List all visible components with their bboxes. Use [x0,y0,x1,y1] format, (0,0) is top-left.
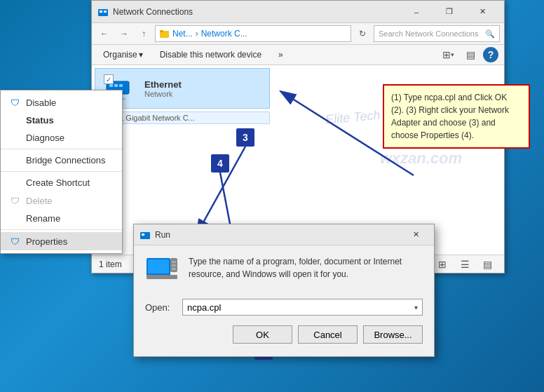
organise-arrow: ▾ [139,50,143,60]
status-view-2[interactable]: ☰ [455,256,475,273]
menu-separator-3 [1,229,122,230]
shield-icon-properties: 🛡 [9,236,20,247]
menu-item-properties[interactable]: 🛡 Properties [1,232,122,250]
run-title-bar: Run ✕ [134,224,434,245]
menu-label-properties: Properties [26,236,67,247]
svg-rect-19 [172,264,176,266]
menu-label-delete: Delete [26,196,53,206]
ethernet-info: Ethernet Network [144,79,182,98]
forward-button[interactable]: → [116,25,132,42]
path-segment-2: Network C... [201,29,247,39]
up-button[interactable]: ↑ [135,25,152,42]
run-dialog: Run ✕ Type the name of a program, folder… [133,224,435,357]
ethernet-checkbox: ✓ [104,74,114,84]
run-description: Type the name of a program, folder, docu… [189,255,423,281]
context-menu: 🛡 Disable Status Diagnose Bridge Connect… [0,90,123,254]
menu-item-bridge[interactable]: Bridge Connections [1,151,122,169]
run-open-label: Open: [145,302,177,313]
organise-label: Organise [103,50,137,60]
ethernet-name: Ethernet [144,79,182,90]
menu-label-rename: Rename [26,213,60,224]
shield-icon-disable: 🛡 [9,97,20,108]
menu-item-delete[interactable]: 🛡 Delete [1,191,122,210]
menu-item-status[interactable]: Status [1,111,122,129]
help-button[interactable]: ? [483,47,498,62]
svg-rect-1 [100,11,102,13]
view-arrow: ▾ [451,51,454,58]
status-view-1[interactable]: ⊞ [433,256,452,273]
search-icon: 🔍 [485,29,495,39]
path-separator-1: › [196,29,198,39]
address-bar: ← → ↑ Net... › Network C... ↻ Search Net… [92,23,504,45]
menu-label-diagnose: Diagnose [26,133,64,143]
menu-label-disable: Disable [26,97,56,108]
ok-button[interactable]: OK [233,325,292,344]
badge-4: 4 [211,154,229,173]
run-top: Type the name of a program, folder, docu… [145,255,423,289]
svg-rect-15 [148,259,169,273]
annotation-text: (1) Type ncpa.cpl and Click OK (2). (3) … [391,93,509,140]
view-icon: ⊞ [442,49,451,60]
window-icon [97,6,109,18]
svg-rect-7 [109,84,113,87]
pane-icon: ▤ [466,49,475,60]
svg-rect-8 [114,84,118,87]
toolbar: Organise ▾ Disable this network device »… [92,45,504,65]
address-path[interactable]: Net... › Network C... [155,25,351,42]
svg-rect-13 [142,234,144,236]
menu-item-diagnose[interactable]: Diagnose [1,129,122,147]
window-controls: – ❐ ✕ [400,1,498,22]
run-close-button[interactable]: ✕ [403,227,428,243]
svg-rect-16 [147,275,177,279]
ethernet-type: Network [144,90,182,98]
menu-item-shortcut[interactable]: Create Shortcut [1,174,122,191]
menu-separator-1 [1,149,122,149]
pane-button[interactable]: ▤ [461,46,480,63]
minimize-button[interactable]: – [400,1,433,22]
svg-rect-20 [172,268,176,270]
run-dialog-icon [140,229,151,241]
run-input-value: ncpa.cpl [187,302,221,313]
folder-icon [160,29,170,39]
run-input-field[interactable]: ncpa.cpl ▾ [182,299,423,316]
search-placeholder: Search Network Connections [379,29,478,38]
search-box[interactable]: Search Network Connections 🔍 [374,25,500,42]
run-dropdown-arrow[interactable]: ▾ [414,304,418,311]
organise-button[interactable]: Organise ▾ [97,46,149,63]
badge-3: 3 [236,128,254,147]
status-view-buttons: ⊞ ☰ ▤ [433,256,497,273]
back-button[interactable]: ← [96,25,113,42]
watermark-2: wxzan.com [380,149,462,168]
cancel-button[interactable]: Cancel [298,325,358,344]
svg-rect-2 [104,11,107,13]
menu-label-shortcut: Create Shortcut [26,177,90,188]
annotation-box: (1) Type ncpa.cpl and Click OK (2). (3) … [383,84,530,149]
item-count: 1 item [99,259,122,269]
status-view-3[interactable]: ▤ [477,256,497,273]
restore-button[interactable]: ❐ [433,1,465,22]
close-button[interactable]: ✕ [466,1,498,22]
path-segment-1: Net... [172,29,193,39]
svg-rect-18 [172,261,176,263]
refresh-button[interactable]: ↻ [354,25,371,42]
window-title: Network Connections [113,7,400,17]
disable-label: Disable this network device [160,50,261,60]
run-dialog-title: Run [155,230,170,240]
menu-item-disable[interactable]: 🛡 Disable [1,93,122,111]
browse-button[interactable]: Browse... [363,325,423,344]
view-options-button[interactable]: ⊞ ▾ [438,46,458,63]
menu-item-rename[interactable]: Rename [1,210,122,227]
menu-label-status: Status [26,115,54,126]
menu-separator-2 [1,171,122,172]
svg-rect-9 [119,84,123,87]
svg-rect-5 [160,30,163,32]
disable-network-button[interactable]: Disable this network device [154,46,267,63]
run-content: Type the name of a program, folder, docu… [134,245,434,356]
run-buttons: OK Cancel Browse... [145,325,423,346]
help-icon: ? [488,49,494,60]
run-input-row: Open: ncpa.cpl ▾ [145,299,423,316]
run-program-icon [145,255,179,289]
shield-icon-delete: 🛡 [9,195,20,206]
title-bar: Network Connections – ❐ ✕ [92,1,504,23]
more-button[interactable]: » [273,46,289,63]
